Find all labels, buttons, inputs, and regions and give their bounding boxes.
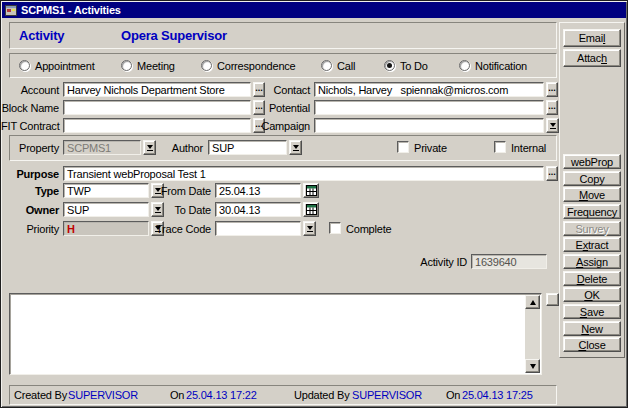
status-band: Created By SUPERVISOR On 25.04.13 17:22 … bbox=[9, 385, 557, 405]
save-button[interactable]: Save bbox=[563, 304, 621, 319]
header-band bbox=[9, 22, 557, 49]
side-button-panel: Email Attach webProp Copy Move Frequency… bbox=[559, 22, 625, 358]
account-field[interactable]: Harvey Nichols Department Store bbox=[63, 82, 251, 97]
radio-notification[interactable]: Notification bbox=[459, 59, 527, 72]
contact-field[interactable]: Nichols, Harvey spiennak@micros.com bbox=[314, 82, 544, 97]
close-button[interactable]: Close bbox=[563, 337, 621, 352]
radio-label: Appointment bbox=[35, 60, 95, 72]
contact-label: Contact bbox=[256, 84, 310, 96]
combo-arrow-icon bbox=[307, 226, 313, 230]
owner-field[interactable]: SUP bbox=[63, 202, 149, 217]
complete-checkbox[interactable] bbox=[329, 222, 341, 234]
radio-label: Notification bbox=[475, 60, 527, 72]
attach-button[interactable]: Attach bbox=[563, 49, 621, 67]
extract-button[interactable]: Extract bbox=[563, 237, 621, 252]
potential-lov-button[interactable]: ... bbox=[546, 100, 558, 115]
potential-field[interactable] bbox=[314, 100, 544, 115]
scroll-up-icon bbox=[530, 300, 536, 305]
author-dropdown-button[interactable] bbox=[289, 140, 302, 155]
scroll-up-button[interactable] bbox=[525, 295, 540, 309]
created-on-value: 25.04.13 17:22 bbox=[186, 389, 257, 401]
copy-button[interactable]: Copy bbox=[563, 171, 621, 186]
radio-label: Call bbox=[337, 60, 355, 72]
scroll-down-icon bbox=[530, 364, 536, 369]
to-date-label: To Date bbox=[151, 204, 211, 216]
user-name: Opera Supervisor bbox=[121, 28, 227, 43]
created-by-value: SUPERVISOR bbox=[68, 389, 138, 401]
purpose-field[interactable]: Transient webProposal Test 1 bbox=[63, 166, 544, 181]
radio-label: Correspondence bbox=[217, 60, 296, 72]
screen-name: Activity bbox=[19, 28, 64, 43]
campaign-label: Campaign bbox=[256, 120, 310, 132]
radio-label: To Do bbox=[400, 60, 428, 72]
account-label: Account bbox=[1, 84, 59, 96]
purpose-lov-button[interactable]: ... bbox=[546, 166, 558, 181]
notes-field[interactable] bbox=[9, 293, 542, 375]
combo-arrow-icon bbox=[550, 123, 556, 127]
notes-editor-button[interactable] bbox=[546, 293, 559, 306]
new-button[interactable]: New bbox=[563, 321, 621, 336]
block-name-field[interactable] bbox=[63, 100, 251, 115]
calendar-icon bbox=[306, 185, 317, 196]
radio-circle-icon bbox=[19, 60, 30, 71]
assign-button[interactable]: Assign bbox=[563, 254, 621, 269]
radio-correspondence[interactable]: Correspondence bbox=[201, 59, 296, 72]
author-field[interactable]: SUP bbox=[208, 140, 287, 155]
created-on-label: On bbox=[170, 389, 184, 401]
frequency-button[interactable]: Frequency bbox=[563, 204, 621, 219]
activities-window: SCPMS1 - Activities Activity Opera Super… bbox=[0, 0, 628, 408]
from-date-calendar-button[interactable] bbox=[303, 183, 319, 198]
fit-contract-field[interactable] bbox=[63, 118, 251, 133]
scroll-down-button[interactable] bbox=[525, 359, 540, 373]
radio-circle-icon bbox=[459, 60, 470, 71]
updated-by-label: Updated By bbox=[294, 389, 349, 401]
trace-code-dropdown-button[interactable] bbox=[303, 221, 316, 236]
internal-checkbox[interactable] bbox=[494, 141, 506, 153]
complete-label: Complete bbox=[346, 223, 391, 235]
email-button[interactable]: Email bbox=[563, 29, 621, 47]
radio-meeting[interactable]: Meeting bbox=[121, 59, 175, 72]
contact-lov-button[interactable]: ... bbox=[546, 82, 558, 97]
updated-on-value: 25.04.13 17:25 bbox=[462, 389, 533, 401]
calendar-icon bbox=[306, 204, 317, 215]
webprop-button[interactable]: webProp bbox=[563, 154, 621, 169]
property-field: SCPMS1 bbox=[63, 140, 141, 155]
from-date-field[interactable]: 25.04.13 bbox=[215, 183, 301, 198]
updated-on-label: On bbox=[446, 389, 460, 401]
fit-contract-label: FIT Contract bbox=[1, 120, 59, 132]
to-date-field[interactable]: 30.04.13 bbox=[215, 202, 301, 217]
radio-circle-icon bbox=[121, 60, 132, 71]
radio-circle-icon bbox=[201, 60, 212, 71]
ellipsis-icon: ... bbox=[547, 167, 557, 178]
type-field[interactable]: TWP bbox=[63, 183, 149, 198]
private-label: Private bbox=[414, 142, 447, 154]
campaign-dropdown-button[interactable] bbox=[546, 118, 559, 133]
trace-code-field[interactable] bbox=[215, 221, 301, 236]
survey-button: Survey bbox=[563, 221, 621, 236]
updated-by-value: SUPERVISOR bbox=[352, 389, 422, 401]
campaign-field[interactable] bbox=[314, 118, 544, 133]
radio-selected-icon bbox=[384, 60, 395, 71]
ok-button[interactable]: OK bbox=[563, 287, 621, 302]
to-date-calendar-button[interactable] bbox=[303, 202, 319, 217]
priority-field[interactable]: H bbox=[63, 221, 149, 236]
type-label: Type bbox=[1, 185, 59, 197]
delete-button[interactable]: Delete bbox=[563, 271, 621, 286]
potential-label: Potential bbox=[256, 102, 310, 114]
owner-label: Owner bbox=[1, 204, 59, 216]
radio-label: Meeting bbox=[137, 60, 175, 72]
property-label: Property bbox=[1, 142, 59, 154]
ellipsis-icon: ... bbox=[547, 83, 557, 94]
radio-call[interactable]: Call bbox=[321, 59, 355, 72]
radio-todo[interactable]: To Do bbox=[384, 59, 428, 72]
trace-code-label: Trace Code bbox=[151, 223, 211, 235]
move-button[interactable]: Move bbox=[563, 187, 621, 202]
created-by-label: Created By bbox=[14, 389, 67, 401]
notes-scrollbar[interactable] bbox=[525, 295, 540, 373]
radio-appointment[interactable]: Appointment bbox=[19, 59, 95, 72]
purpose-label: Purpose bbox=[1, 168, 59, 180]
ellipsis-icon: ... bbox=[547, 101, 557, 112]
private-checkbox[interactable] bbox=[397, 141, 409, 153]
application-icon bbox=[5, 4, 17, 16]
radio-circle-icon bbox=[321, 60, 332, 71]
